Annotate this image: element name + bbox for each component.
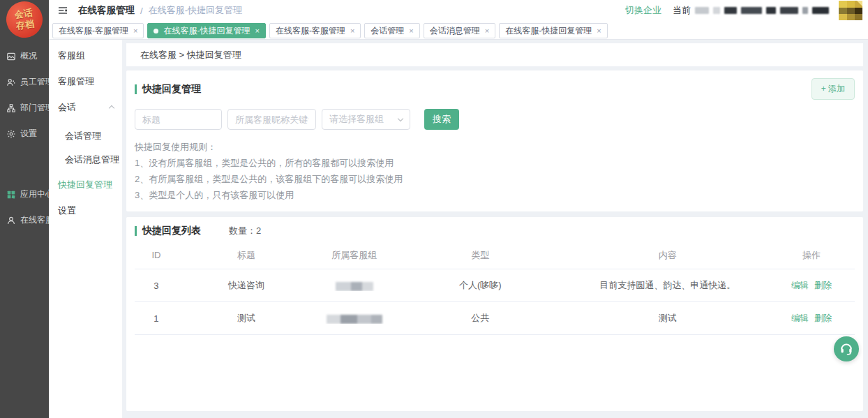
table-header-row: ID 标题 所属客服组 类型 内容 操作 (135, 241, 855, 269)
search-button[interactable]: 搜索 (424, 109, 459, 130)
sidebar-item-department[interactable]: 部门管理 (0, 95, 49, 121)
rule-line: 3、类型是个人的，只有该客服可以使用 (135, 187, 855, 203)
cell-title: 快递咨询 (178, 279, 315, 292)
breadcrumb-root[interactable]: 在线客服管理 (78, 4, 135, 17)
app-center-icon (6, 190, 16, 200)
secondary-sidebar: 客服组 客服管理 会话 会话管理 会话消息管理 快捷回复管理 (49, 40, 122, 418)
sidebar-spacer (0, 147, 49, 181)
sidebar-item-online-service[interactable]: 在线客服 (0, 207, 49, 233)
col-header-title: 标题 (178, 249, 315, 262)
subnav-item-quick-reply-mgmt[interactable]: 快捷回复管理 (49, 172, 122, 197)
subnav-label: 会话管理 (65, 130, 101, 142)
tab-label: 在线客服-快捷回复管理 (163, 25, 250, 37)
staff-icon (6, 77, 16, 87)
redacted-group-name (336, 282, 373, 291)
chevron-down-icon (398, 115, 403, 121)
cell-type: 个人(哆哆) (394, 279, 567, 292)
add-button[interactable]: + 添加 (811, 78, 855, 100)
card-title: 快捷回复管理 (142, 83, 201, 96)
subnav-item-session[interactable]: 会话 (49, 94, 122, 120)
tab-quick-reply-mgmt-active[interactable]: 在线客服-快捷回复管理 × (147, 23, 265, 38)
count-badge: 数量：2 (229, 225, 261, 237)
close-icon[interactable]: × (350, 27, 354, 35)
cell-id: 1 (135, 313, 178, 324)
primary-sidebar: 会话 存档 概况 员工管理 部门管理 设置 应用中心 (0, 0, 49, 418)
title-accent-bar (135, 84, 137, 94)
headset-icon (839, 341, 854, 357)
close-icon[interactable]: × (133, 27, 137, 35)
subnav-label: 设置 (58, 204, 76, 217)
edit-link[interactable]: 编辑 (791, 313, 809, 323)
col-header-actions: 操作 (768, 249, 855, 262)
card-title: 快捷回复列表 (142, 225, 201, 237)
sidebar-item-label: 概况 (20, 50, 37, 62)
switch-company-link[interactable]: 切换企业 (625, 4, 661, 17)
delete-link[interactable]: 删除 (814, 281, 832, 290)
tab-label: 会话消息管理 (430, 25, 480, 37)
close-icon[interactable]: × (255, 27, 259, 35)
quick-reply-manage-card: 快捷回复管理 + 添加 请选择客服组 搜索 快捷回复使用规则： (126, 70, 863, 211)
cell-group (315, 280, 394, 290)
tab-label: 在线客服-客服管理 (276, 25, 345, 37)
top-header: 在线客服管理 / 在线客服-快捷回复管理 切换企业 当前 (49, 0, 868, 21)
tab-label: 在线客服-客服管理 (59, 25, 128, 37)
customer-service-fab[interactable] (834, 336, 859, 361)
overview-icon (6, 52, 16, 61)
subnav-item-session-message-mgmt[interactable]: 会话消息管理 (49, 148, 122, 172)
close-icon[interactable]: × (485, 27, 489, 35)
col-header-id: ID (135, 250, 178, 260)
table-row: 3 快递咨询 个人(哆哆) 目前支持圆通、韵达、申通快递。 编辑删除 (135, 269, 855, 302)
user-avatar[interactable] (839, 1, 862, 20)
department-icon (6, 103, 16, 113)
open-tabs-bar: 在线客服-客服管理 × 在线客服-快捷回复管理 × 在线客服-客服管理 × 会话… (49, 21, 868, 40)
active-dot-icon (154, 29, 158, 33)
tab-quick-reply-mgmt[interactable]: 在线客服-快捷回复管理 × (499, 23, 607, 38)
subnav-item-agent-mgmt[interactable]: 客服管理 (49, 68, 122, 94)
delete-link[interactable]: 删除 (814, 313, 832, 323)
close-icon[interactable]: × (409, 27, 413, 35)
agent-group-select[interactable]: 请选择客服组 (322, 109, 410, 130)
usage-rules: 快捷回复使用规则： 1、没有所属客服组，类型是公共的，所有的客服都可以搜索使用 … (135, 139, 855, 203)
cell-group (315, 313, 394, 323)
title-accent-bar (135, 226, 137, 236)
sidebar-item-staff[interactable]: 员工管理 (0, 69, 49, 95)
page-breadcrumb: 在线客服 > 快捷回复管理 (126, 43, 863, 66)
close-icon[interactable]: × (597, 27, 601, 35)
rules-title: 快捷回复使用规则： (135, 139, 855, 155)
cell-content: 测试 (567, 312, 768, 324)
edit-link[interactable]: 编辑 (791, 281, 809, 290)
tab-online-service-agent-mgmt[interactable]: 在线客服-客服管理 × (52, 23, 144, 38)
title-search-input[interactable] (135, 109, 222, 130)
count-label: 数量： (229, 225, 256, 236)
cell-content: 目前支持圆通、韵达、申通快递。 (567, 279, 768, 292)
tab-session-message-mgmt[interactable]: 会话消息管理 × (424, 23, 495, 38)
agent-nickname-keyword-input[interactable] (227, 109, 316, 130)
col-header-type: 类型 (394, 249, 567, 262)
primary-nav: 概况 员工管理 部门管理 设置 应用中心 在线客服 (0, 43, 49, 233)
cell-title: 测试 (178, 312, 315, 324)
rule-line: 1、没有所属客服组，类型是公共的，所有的客服都可以搜索使用 (135, 155, 855, 171)
subnav-label: 会话消息管理 (65, 154, 119, 166)
collapse-menu-icon[interactable] (57, 5, 68, 16)
cell-actions: 编辑删除 (768, 280, 855, 292)
cell-id: 3 (135, 281, 178, 291)
main-content: 在线客服 > 快捷回复管理 快捷回复管理 + 添加 请选择客服组 (122, 40, 868, 418)
tab-online-service-agent-mgmt-2[interactable]: 在线客服-客服管理 × (269, 23, 361, 38)
tab-session-mgmt[interactable]: 会话管理 × (364, 23, 419, 38)
sidebar-item-label: 设置 (20, 128, 37, 140)
subnav-item-agent-group[interactable]: 客服组 (49, 43, 122, 68)
rule-line: 2、有所属客服组，类型是公共的，该客服组下的客服可以搜索使用 (135, 171, 855, 187)
col-header-content: 内容 (567, 249, 768, 262)
sidebar-item-settings[interactable]: 设置 (0, 121, 49, 147)
tab-label: 会话管理 (371, 25, 404, 37)
tab-label: 在线客服-快捷回复管理 (505, 25, 592, 37)
sidebar-item-overview[interactable]: 概况 (0, 43, 49, 69)
cell-type: 公共 (394, 312, 567, 324)
subnav-item-settings[interactable]: 设置 (49, 197, 122, 223)
brand-logo-line2: 存档 (15, 18, 35, 31)
app-window: 会话 存档 概况 员工管理 部门管理 设置 应用中心 (0, 0, 868, 418)
sidebar-item-app-center[interactable]: 应用中心 (0, 181, 49, 207)
subnav-label: 客服组 (58, 50, 85, 62)
breadcrumb-separator: / (140, 6, 143, 16)
subnav-item-session-mgmt[interactable]: 会话管理 (49, 124, 122, 148)
